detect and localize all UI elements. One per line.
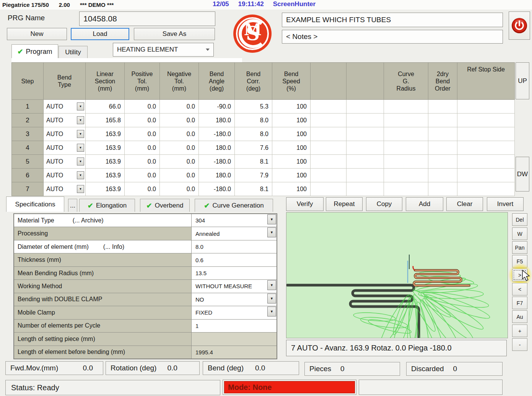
positive-tol-cell[interactable]: 0.0 <box>125 127 160 141</box>
dropdown-icon[interactable]: ▼ <box>267 294 276 303</box>
linear-section-cell[interactable]: 163.9 <box>86 141 125 155</box>
save-as-button[interactable]: Save As <box>134 28 215 40</box>
tab-elongation[interactable]: ✔ Elongation <box>79 199 135 212</box>
bend-angle-cell[interactable]: 180.0 <box>199 141 235 155</box>
bend-speed-cell[interactable]: 100 <box>272 100 311 114</box>
zoom-in-button[interactable]: + <box>512 325 527 337</box>
bend-speed-cell[interactable]: 100 <box>272 114 311 127</box>
positive-tol-cell[interactable]: 0.0 <box>125 114 160 127</box>
bend-speed-cell[interactable]: 100 <box>272 169 311 182</box>
working-method-select[interactable]: WITHOUT MEASURE▼ <box>192 280 277 292</box>
tab-program[interactable]: ✔ Program <box>11 44 58 58</box>
tab-curve-generation[interactable]: ✔ Curve Generation <box>195 199 273 212</box>
negative-tol-cell[interactable]: 0.0 <box>160 141 199 155</box>
repeat-button[interactable]: Repeat <box>326 197 363 211</box>
info-link[interactable]: (... Info) <box>103 243 124 250</box>
bend-speed-cell[interactable]: 100 <box>272 127 311 141</box>
bend-type-cell[interactable]: AUTO▼ <box>44 100 86 114</box>
table-row[interactable]: 5 AUTO▼ 163.9 0.0 0.0 -180.0 8.1 100 <box>12 155 515 169</box>
bend-type-dropdown-icon[interactable]: ▼ <box>77 102 84 110</box>
dropdown-icon[interactable]: ▼ <box>267 280 276 290</box>
dropdown-icon[interactable]: ▼ <box>267 227 276 237</box>
linear-section-cell[interactable]: 163.9 <box>86 155 125 169</box>
delete-button[interactable]: Del <box>512 213 527 226</box>
verify-button[interactable]: Verify <box>286 197 324 211</box>
setting-piece-length-input[interactable] <box>192 333 277 345</box>
bend-angle-cell[interactable]: 180.0 <box>199 169 235 182</box>
bend-speed-cell[interactable]: 100 <box>272 155 311 169</box>
positive-tol-cell[interactable]: 0.0 <box>125 155 160 169</box>
negative-tol-cell[interactable]: 0.0 <box>160 155 199 169</box>
bend-speed-cell[interactable]: 100 <box>272 141 311 155</box>
bend-type-cell[interactable]: AUTO▼ <box>44 127 86 141</box>
dropdown-icon[interactable]: ▼ <box>267 214 276 224</box>
processing-select[interactable]: Annealed▼ <box>192 227 277 240</box>
bend-angle-cell[interactable]: -180.0 <box>199 155 235 169</box>
elements-per-cycle-input[interactable]: 1 <box>192 320 277 332</box>
positive-tol-cell[interactable]: 0.0 <box>125 100 160 114</box>
table-row[interactable]: 4 AUTO▼ 163.9 0.0 0.0 180.0 7.6 100 <box>12 141 515 155</box>
bend-angle-cell[interactable]: -90.0 <box>199 100 235 114</box>
tab-more[interactable]: ... <box>68 199 77 212</box>
new-button[interactable]: New <box>7 28 67 40</box>
clear-button[interactable]: Clear <box>446 197 483 211</box>
bend-corr-cell[interactable]: 8.0 <box>235 127 272 141</box>
description-field[interactable]: EXAMPLE WHICH FITS TUBES <box>282 13 503 27</box>
step-back-button[interactable]: < <box>512 283 527 295</box>
negative-tol-cell[interactable]: 0.0 <box>160 182 199 196</box>
program-type-select[interactable]: HEATING ELEMENT <box>113 43 214 57</box>
copy-button[interactable]: Copy <box>366 197 402 211</box>
auto-button[interactable]: Au <box>512 310 527 323</box>
dropdown-icon[interactable]: ▼ <box>267 307 276 316</box>
linear-section-cell[interactable]: 66.0 <box>86 100 125 114</box>
wireframe-button[interactable]: W <box>512 227 527 240</box>
thickness-input[interactable]: 0.6 <box>192 253 277 266</box>
bend-type-cell[interactable]: AUTO▼ <box>44 114 86 127</box>
add-button[interactable]: Add <box>406 197 443 211</box>
bend-corr-cell[interactable]: 8.1 <box>235 155 272 169</box>
bend-type-dropdown-icon[interactable]: ▼ <box>77 144 84 152</box>
diameter-input[interactable]: 8.0 <box>192 240 277 253</box>
bend-preview-canvas[interactable] <box>286 212 508 338</box>
positive-tol-cell[interactable]: 0.0 <box>125 141 160 155</box>
negative-tol-cell[interactable]: 0.0 <box>160 127 199 141</box>
archive-link[interactable]: (... Archive) <box>73 217 104 224</box>
bend-corr-cell[interactable]: 7.9 <box>235 169 272 182</box>
bend-corr-cell[interactable]: 7.6 <box>235 141 272 155</box>
bend-type-dropdown-icon[interactable]: ▼ <box>77 116 84 124</box>
table-row[interactable]: 7 AUTO▼ 163.9 0.0 0.0 -180.0 8.1 100 <box>12 182 515 196</box>
zoom-out-button[interactable]: - <box>512 338 527 351</box>
table-row[interactable]: 2 AUTO▼ 165.8 0.0 0.0 180.0 8.0 100 <box>12 114 515 127</box>
material-type-select[interactable]: 304▼ <box>192 214 277 227</box>
notes-field[interactable]: < Notes > <box>282 30 503 44</box>
bend-speed-cell[interactable]: 100 <box>272 182 311 196</box>
linear-section-cell[interactable]: 163.9 <box>86 182 125 196</box>
bend-type-dropdown-icon[interactable]: ▼ <box>77 171 84 179</box>
pan-button[interactable]: Pan <box>512 241 527 254</box>
positive-tol-cell[interactable]: 0.0 <box>125 182 160 196</box>
bend-angle-cell[interactable]: 180.0 <box>199 114 235 127</box>
linear-section-cell[interactable]: 165.8 <box>86 114 125 127</box>
bend-type-cell[interactable]: AUTO▼ <box>44 169 86 182</box>
load-button[interactable]: Load <box>71 28 129 40</box>
prg-name-input[interactable]: 10458.08 <box>79 11 215 26</box>
negative-tol-cell[interactable]: 0.0 <box>160 114 199 127</box>
mobile-clamp-select[interactable]: FIXED▼ <box>192 306 277 319</box>
f7-button[interactable]: F7 <box>512 297 527 309</box>
bend-corr-cell[interactable]: 5.3 <box>235 100 272 114</box>
tab-specifications[interactable]: Specifications <box>6 196 64 212</box>
bend-corr-cell[interactable]: 8.0 <box>235 114 272 127</box>
bend-type-cell[interactable]: AUTO▼ <box>44 155 86 169</box>
bend-type-cell[interactable]: AUTO▼ <box>44 141 86 155</box>
linear-section-cell[interactable]: 163.9 <box>86 127 125 141</box>
negative-tol-cell[interactable]: 0.0 <box>160 100 199 114</box>
mean-bending-radius-input[interactable]: 13.5 <box>192 267 277 279</box>
power-button[interactable] <box>509 11 530 40</box>
tab-utility[interactable]: Utility <box>59 46 88 58</box>
linear-section-cell[interactable]: 163.9 <box>86 169 125 182</box>
double-clamp-select[interactable]: NO▼ <box>192 293 277 306</box>
bend-type-dropdown-icon[interactable]: ▼ <box>77 185 84 193</box>
bend-type-dropdown-icon[interactable]: ▼ <box>77 130 84 138</box>
bend-corr-cell[interactable]: 8.1 <box>235 182 272 196</box>
f5-button[interactable]: F5 <box>512 255 527 268</box>
